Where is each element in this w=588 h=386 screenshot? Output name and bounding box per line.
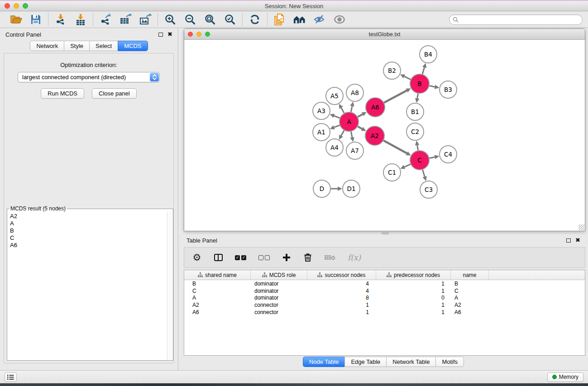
table-cell[interactable]: connector (251, 309, 307, 315)
tab-network-table[interactable]: Network Table (386, 357, 435, 367)
network-graph[interactable]: B4B2BB3B1A5A8A6A3AA1C2A2A4A7C4CC1C3DD1 (184, 40, 585, 231)
table-cell[interactable]: A (451, 295, 489, 301)
import-network-icon[interactable] (54, 13, 67, 26)
graph-edge-A-A7[interactable] (351, 132, 352, 138)
save-session-icon[interactable] (29, 13, 42, 26)
graph-edge-B-B2[interactable] (404, 76, 411, 80)
deselect-all-columns-icon[interactable] (258, 255, 270, 260)
close-panel-icon[interactable]: ✖ (167, 32, 172, 37)
table-cell[interactable]: dominator (251, 288, 307, 294)
float-panel-icon[interactable] (158, 33, 163, 37)
export-table-icon[interactable] (119, 13, 132, 26)
graph-node-A3[interactable]: A3 (313, 102, 330, 119)
window-resize-grip[interactable] (578, 224, 584, 230)
zoom-in-icon[interactable] (164, 13, 177, 26)
column-header-successor-nodes[interactable]: successor nodes (307, 270, 376, 280)
graph-node-C3[interactable]: C3 (420, 181, 437, 198)
tab-edge-table[interactable]: Edge Table (344, 357, 386, 367)
table-cell[interactable]: 1 (376, 281, 451, 287)
graph-node-A5[interactable]: A5 (326, 87, 343, 105)
graph-edge-A6-B[interactable] (384, 91, 406, 103)
graph-node-B4[interactable]: B4 (420, 46, 437, 63)
delete-table-icon[interactable] (325, 254, 335, 261)
graph-node-B[interactable]: B (410, 74, 429, 93)
table-cell[interactable]: A6 (184, 309, 251, 315)
mcds-result-item[interactable]: C (10, 234, 164, 242)
tab-node-table[interactable]: Node Table (303, 357, 345, 367)
close-panel-button[interactable]: Close panel (92, 88, 137, 99)
table-cell[interactable]: connector (251, 302, 307, 308)
show-columns-icon[interactable] (214, 254, 223, 261)
zoom-selected-icon[interactable] (224, 13, 236, 26)
table-cell[interactable]: C (184, 288, 251, 294)
show-hidden-icon[interactable] (333, 13, 346, 26)
graph-edge-B-B3[interactable] (430, 86, 435, 86)
table-row[interactable]: Adominator80A (184, 295, 585, 302)
table-cell[interactable]: 0 (376, 295, 451, 301)
table-cell[interactable]: A2 (451, 302, 489, 308)
export-image-icon[interactable] (139, 13, 152, 26)
graph-edge-A-A5[interactable] (341, 108, 344, 113)
graph-node-A6[interactable]: A6 (366, 98, 385, 117)
float-table-panel-icon[interactable] (566, 238, 571, 243)
tab-mcds[interactable]: MCDS (118, 41, 148, 51)
criterion-dropdown[interactable]: largest connected component (directed) (18, 72, 160, 82)
graph-edge-C-C1[interactable] (404, 164, 410, 167)
table-cell[interactable]: 8 (307, 295, 376, 301)
clone-network-icon[interactable] (273, 13, 286, 26)
import-table-icon[interactable] (74, 13, 87, 26)
table-cell[interactable]: C (451, 288, 489, 294)
graph-edge-A-A4[interactable] (341, 130, 344, 136)
table-cell[interactable]: 1 (376, 309, 451, 315)
mcds-result-item[interactable]: B (10, 227, 164, 234)
graph-node-C[interactable]: C (410, 151, 429, 170)
table-cell[interactable]: 1 (307, 302, 376, 308)
table-row[interactable]: Cdominator41C (184, 287, 585, 295)
hide-selected-icon[interactable] (313, 13, 326, 26)
graph-edge-B-B1[interactable] (417, 94, 418, 99)
graph-node-A8[interactable]: A8 (346, 84, 363, 101)
function-builder-icon[interactable]: f(x) (348, 253, 361, 262)
graph-node-A1[interactable]: A1 (313, 124, 330, 141)
graph-edge-A2-C[interactable] (383, 141, 407, 153)
graph-edge-A-A2[interactable] (358, 127, 362, 129)
search-field[interactable] (449, 14, 583, 25)
graph-node-C1[interactable]: C1 (383, 164, 401, 181)
open-session-icon[interactable] (10, 13, 22, 26)
graph-node-A[interactable]: A (339, 112, 359, 131)
add-column-icon[interactable] (282, 253, 291, 262)
graph-node-B3[interactable]: B3 (440, 81, 457, 98)
table-cell[interactable]: dominator (251, 295, 307, 301)
graph-node-A4[interactable]: A4 (326, 139, 343, 156)
graph-node-D[interactable]: D (313, 180, 330, 197)
table-cell[interactable]: 4 (307, 288, 376, 294)
table-cell[interactable]: B (451, 281, 489, 287)
tab-network[interactable]: Network (30, 41, 64, 51)
apply-layout-icon[interactable] (249, 13, 261, 26)
mcds-result-item[interactable]: A6 (10, 242, 164, 249)
mcds-result-item[interactable]: A2 (10, 213, 164, 220)
delete-column-icon[interactable] (303, 253, 312, 262)
column-header-MCDS-role[interactable]: MCDS role (251, 270, 307, 280)
table-cell[interactable]: 1 (376, 302, 451, 308)
graph-node-B1[interactable]: B1 (406, 103, 424, 120)
column-header-shared-name[interactable]: shared name (184, 270, 251, 280)
tab-style[interactable]: Style (64, 41, 89, 51)
table-cell[interactable]: 1 (307, 309, 376, 315)
table-cell[interactable]: A2 (184, 302, 251, 308)
show-log-button[interactable] (5, 372, 17, 382)
graph-node-A7[interactable]: A7 (346, 142, 363, 159)
select-all-columns-icon[interactable]: ✓✓ (235, 255, 246, 260)
run-mcds-button[interactable]: Run MCDS (41, 88, 84, 99)
show-all-networks-icon[interactable] (293, 13, 306, 26)
network-canvas[interactable]: B4B2BB3B1A5A8A6A3AA1C2A2A4A7C4CC1C3DD1 (184, 40, 585, 231)
column-header-name[interactable]: name (451, 270, 489, 280)
table-cell[interactable]: 1 (376, 288, 451, 294)
table-cell[interactable]: dominator (251, 281, 307, 287)
zoom-out-icon[interactable] (184, 13, 196, 26)
network-window-titlebar[interactable]: testGlobe.txt (184, 29, 585, 40)
table-row[interactable]: Bdominator41B (184, 280, 585, 287)
search-input[interactable] (461, 16, 579, 23)
table-row[interactable]: A2connector11A2 (184, 301, 585, 309)
graph-edge-C-C3[interactable] (422, 170, 425, 176)
